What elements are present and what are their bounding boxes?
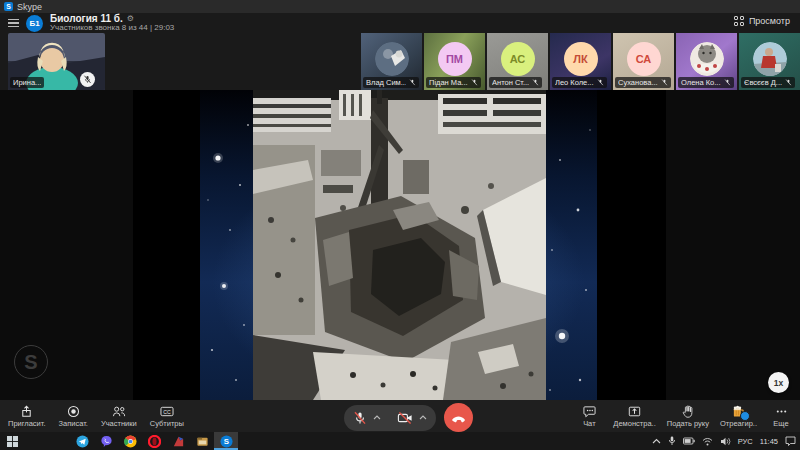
view-switch-label: Просмотр	[749, 16, 790, 26]
mic-muted-icon	[597, 79, 604, 86]
participant-name: Лео Коле...	[555, 78, 594, 87]
participants-button[interactable]: Участники	[101, 405, 137, 428]
taskbar-telegram-icon[interactable]	[70, 432, 94, 450]
screenshare-icon	[628, 405, 641, 418]
skype-watermark: S	[14, 345, 48, 379]
reaction-badge	[740, 411, 750, 421]
taskbar-viber-icon[interactable]	[94, 432, 118, 450]
call-header: Б1 Биология 11 б. ⚙ Участников звонка 8 …	[0, 13, 800, 33]
participant-name: Влад Сим...	[366, 78, 406, 87]
avatar-initials: СА	[627, 42, 661, 76]
participant-tile[interactable]: ПМ Підан Ма...	[424, 33, 485, 90]
participant-name: Суханова...	[618, 78, 658, 87]
remote-participants: Влад Сим... ПМ Підан Ма... АС Антон Ст..…	[361, 33, 800, 90]
taskbar-app-icon[interactable]	[166, 432, 190, 450]
window-titlebar: S Skype	[0, 0, 800, 13]
avatar-initials: ЛК	[564, 42, 598, 76]
invite-share-icon	[20, 405, 33, 418]
participant-name: Підан Ма...	[429, 78, 468, 87]
presentation-slide	[133, 90, 666, 400]
participant-strip: Ирина... Влад Сим...	[0, 33, 800, 90]
language-indicator[interactable]: РУС	[738, 437, 753, 446]
mic-muted-icon	[532, 79, 539, 86]
mic-muted-icon	[409, 79, 416, 86]
call-control-bar: Пригласит. Записат. Участники	[0, 400, 800, 432]
more-button[interactable]: Еще	[768, 405, 794, 428]
tray-network-icon[interactable]	[702, 437, 713, 446]
more-dots-icon	[775, 405, 788, 418]
window-title: Skype	[17, 2, 42, 12]
gear-icon[interactable]: ⚙	[127, 15, 134, 23]
action-center-icon[interactable]	[785, 436, 796, 446]
grid-view-icon	[734, 16, 744, 26]
raise-hand-button[interactable]: Подать руку	[667, 405, 709, 428]
view-switch-button[interactable]: Просмотр	[734, 16, 790, 26]
mic-muted-icon	[471, 79, 478, 86]
chat-bubble-icon	[583, 405, 596, 418]
participant-name: Антон Ст...	[492, 78, 529, 87]
participant-name: Олена Ко...	[681, 78, 721, 87]
menu-icon[interactable]	[8, 19, 19, 28]
record-button[interactable]: Записат.	[59, 405, 88, 428]
svg-text:S: S	[223, 437, 228, 446]
mic-muted-icon	[661, 79, 668, 86]
tray-battery-icon[interactable]	[683, 437, 695, 445]
zoom-level-button[interactable]: 1x	[768, 372, 789, 393]
record-icon	[67, 405, 80, 418]
participant-tile[interactable]: ЛК Лео Коле...	[550, 33, 611, 90]
tray-mic-icon[interactable]	[668, 436, 676, 446]
hangup-button[interactable]	[444, 403, 473, 432]
invite-button[interactable]: Пригласит.	[8, 405, 46, 428]
avatar-photo	[690, 42, 724, 76]
participant-tile[interactable]: Олена Ко...	[676, 33, 737, 90]
participant-tile[interactable]: СА Суханова...	[613, 33, 674, 90]
taskbar-opera-icon[interactable]	[142, 432, 166, 450]
participants-icon	[112, 405, 126, 418]
self-video-tile[interactable]: Ирина...	[8, 33, 105, 90]
taskbar-chrome-icon[interactable]	[118, 432, 142, 450]
react-button[interactable]: Отреагир..	[720, 405, 757, 428]
avatar-initials: ПМ	[438, 42, 472, 76]
mic-muted-icon	[785, 79, 792, 86]
participant-name: Ирина...	[13, 78, 41, 87]
shared-screen-stage: S 1x	[0, 90, 800, 400]
chat-button[interactable]: Чат	[576, 405, 602, 428]
avatar-photo	[375, 42, 409, 76]
tray-expand-chevron-icon[interactable]	[652, 438, 661, 444]
camera-options-chevron-icon[interactable]	[419, 415, 427, 420]
group-avatar[interactable]: Б1	[26, 15, 43, 32]
chernobyl-reactor-photo	[253, 90, 546, 400]
skype-logo-icon: S	[4, 2, 13, 11]
mic-muted-icon	[83, 75, 92, 84]
mic-muted-button[interactable]	[80, 72, 95, 87]
windows-taskbar: S РУС 11:45	[0, 432, 800, 450]
screenshare-button[interactable]: Демонстра..	[613, 405, 655, 428]
avatar-initials: АС	[501, 42, 535, 76]
mic-muted-icon	[724, 79, 731, 86]
subtitles-cc-icon: CC	[160, 405, 174, 418]
subtitles-button[interactable]: CC Субтитры	[150, 405, 184, 428]
start-button[interactable]	[0, 432, 24, 450]
taskbar-files-icon[interactable]	[190, 432, 214, 450]
participant-name: Євсєєв Д...	[744, 78, 782, 87]
mic-off-button[interactable]	[353, 411, 367, 425]
av-controls-pill	[344, 405, 436, 431]
windows-logo-icon	[7, 436, 18, 447]
participants-count: Участников звонка 8 из 44 | 29:03	[50, 24, 174, 32]
clock[interactable]: 11:45	[760, 437, 778, 446]
mic-options-chevron-icon[interactable]	[373, 415, 381, 420]
avatar-photo	[753, 42, 787, 76]
participant-tile[interactable]: Євсєєв Д...	[739, 33, 800, 90]
raise-hand-icon	[682, 405, 694, 418]
camera-off-button[interactable]	[397, 411, 413, 425]
hangup-phone-icon	[450, 409, 467, 426]
taskbar-skype-icon[interactable]: S	[214, 432, 238, 450]
skype-window: S Skype Б1 Биология 11 б. ⚙ Участников з…	[0, 0, 800, 450]
svg-text:CC: CC	[163, 408, 171, 414]
participant-tile[interactable]: АС Антон Ст...	[487, 33, 548, 90]
participant-tile[interactable]: Влад Сим...	[361, 33, 422, 90]
tray-volume-icon[interactable]	[720, 437, 731, 446]
